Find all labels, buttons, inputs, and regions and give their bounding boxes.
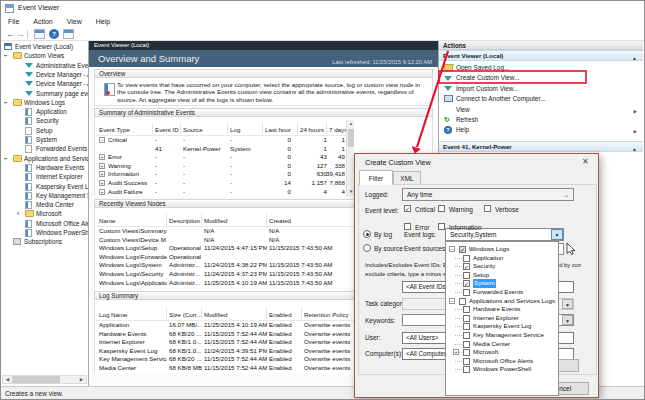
summary-table[interactable]: Event TypeEvent IDSourceLogLast hour24 h… — [95, 120, 354, 196]
table-row[interactable]: Critical---011− — [95, 136, 354, 145]
tree-item-custom-views[interactable]: ›Custom Views — [1, 51, 89, 60]
tree-item-event-viewer-local-[interactable]: Event Viewer (Local) — [1, 42, 89, 51]
table-row[interactable]: Audit Failure---044+ — [95, 188, 354, 196]
droplist-checkbox[interactable] — [463, 272, 470, 279]
tab-filter[interactable]: Filter — [359, 170, 393, 185]
menu-view[interactable]: View — [60, 16, 89, 28]
action-view[interactable]: View▶ — [439, 105, 643, 115]
log-summary-table[interactable]: Log NameSize (Curr...ModifiedEnabledRete… — [95, 305, 354, 374]
checkbox-information[interactable] — [438, 223, 445, 230]
chevron-collapsed-icon[interactable]: › — [17, 209, 19, 218]
tree-item-system[interactable]: System — [1, 135, 89, 144]
column-header-created[interactable]: Created — [269, 211, 354, 227]
checkbox-warning[interactable] — [438, 205, 445, 212]
droplist-checkbox[interactable] — [463, 255, 470, 262]
droplist-item-application[interactable]: Application — [446, 254, 559, 263]
column-header-size-curr-[interactable]: Size (Curr... — [169, 305, 208, 321]
scroll-left-icon[interactable]: ◀ — [3, 376, 12, 383]
droplist-checkbox[interactable]: ✓ — [463, 263, 470, 270]
tree-item-security[interactable]: Security — [1, 116, 89, 125]
droplist-checkbox[interactable]: ✓ — [463, 280, 470, 287]
tree-item-application[interactable]: Application — [1, 107, 89, 116]
tree-item-media-center[interactable]: Media Center — [1, 200, 89, 209]
action-connect-to-another-computer-[interactable]: Connect to Another Computer... — [439, 94, 643, 104]
action-open-saved-log-[interactable]: Open Saved Log... — [439, 63, 643, 73]
checkbox-verbose[interactable] — [484, 205, 491, 212]
task-category-dropdown-button[interactable]: ▼ — [562, 299, 573, 309]
tree-item-kaspersky-event-log[interactable]: Kaspersky Event Log — [1, 182, 89, 191]
table-row[interactable]: Custom Views\Summary...N/AN/A — [95, 227, 354, 236]
table-row[interactable]: 41Kernel-PowerSystem011 — [95, 145, 354, 154]
tree-item-device-manager-adapte[interactable]: Device Manager - Adapte — [1, 70, 89, 79]
menu-help[interactable]: Help — [89, 16, 117, 28]
event-logs-dropdown-list[interactable]: −✓Windows LogsApplication✓SecuritySetup✓… — [445, 241, 559, 396]
droplist-item-windows-powershell[interactable]: Windows PowerShell — [446, 365, 559, 374]
tree-item-windows-logs[interactable]: ›Windows Logs — [1, 98, 89, 107]
close-icon[interactable]: ✕ — [582, 157, 589, 166]
table-row[interactable]: Warning---0127338+ — [95, 162, 354, 171]
back-arrow-icon[interactable]: ← — [6, 28, 15, 40]
table-row[interactable]: Windows Logs\SystemAdministr...11/24/201… — [95, 261, 354, 270]
expand-icon[interactable]: + — [453, 349, 459, 355]
column-header-retention-policy[interactable]: Retention Policy — [304, 305, 354, 321]
droplist-item-key-management-service[interactable]: Key Management Service — [446, 331, 559, 340]
tree-item-internet-explorer[interactable]: Internet Explorer — [1, 172, 89, 181]
tree-item-microsoft[interactable]: ›Microsoft — [1, 209, 89, 218]
chevron-expanded-icon[interactable]: › — [1, 157, 10, 159]
action-create-custom-view-[interactable]: Create Custom View... — [439, 73, 643, 83]
droplist-item-setup[interactable]: Setup — [446, 271, 559, 280]
collapse-icon[interactable]: ▲ — [632, 144, 637, 154]
tree-item-administrative-events[interactable]: Administrative Events — [1, 61, 89, 70]
expand-row-icon[interactable]: + — [99, 171, 105, 177]
logged-combobox[interactable]: Any time ⌄ — [402, 188, 574, 201]
table-row[interactable]: Windows Logs\ApplicationAdministr...11/2… — [95, 279, 354, 288]
column-header-modified[interactable]: Modified — [204, 211, 273, 227]
menu-action[interactable]: Action — [26, 16, 59, 28]
table-row[interactable]: Internet Explorer68 KB/1.0...11/15/2015 … — [95, 338, 354, 347]
table-row[interactable]: Hardware Events68 KB/20 ...11/15/2015 7:… — [95, 330, 354, 339]
column-header-name[interactable]: Name — [99, 211, 173, 227]
column-header-enabled[interactable]: Enabled — [269, 305, 308, 321]
table-row[interactable]: Windows Logs\SetupOperational11/24/2015 … — [95, 244, 354, 253]
action-refresh[interactable]: ↻Refresh — [439, 115, 643, 125]
droplist-checkbox[interactable]: ✓ — [459, 246, 466, 253]
droplist-item-media-center[interactable]: Media Center — [446, 340, 559, 349]
checkbox-critical[interactable]: ✓ — [404, 205, 411, 212]
droplist-item-microsoft-office-alerts[interactable]: Microsoft Office Alerts — [446, 357, 559, 366]
table-row[interactable]: Error---04349+ — [95, 153, 354, 162]
tree-item-windows-powershell[interactable]: Windows PowerShell — [1, 228, 89, 237]
table-row[interactable]: Application16.07 MB/...11/25/2015 4:10:1… — [95, 321, 354, 330]
by-log-radio[interactable] — [363, 230, 371, 238]
collapse-icon[interactable]: − — [449, 298, 455, 304]
column-header-event-type[interactable]: Event Type — [99, 120, 157, 136]
droplist-checkbox[interactable] — [463, 306, 470, 313]
tab-xml[interactable]: XML — [393, 171, 421, 185]
column-header-modified[interactable]: Modified — [204, 305, 273, 321]
column-header-log-name[interactable]: Log Name — [99, 305, 173, 321]
action-help[interactable]: ?Help▶ — [439, 125, 643, 135]
summary-section-header[interactable]: Summary of Administrative Events — [94, 108, 433, 117]
help-window-icon[interactable]: ? — [49, 29, 59, 39]
event-logs-dropdown-button[interactable]: ▼ — [551, 229, 563, 240]
expand-row-icon[interactable]: + — [99, 180, 105, 186]
scroll-right-icon[interactable]: ▶ — [77, 376, 86, 383]
droplist-item-hardware-events[interactable]: Hardware Events — [446, 305, 559, 314]
table-row[interactable]: Custom Views\Device M...N/AN/A — [95, 236, 354, 245]
column-header-description[interactable]: Description — [169, 211, 208, 227]
collapse-row-icon[interactable]: − — [99, 137, 105, 143]
droplist-checkbox[interactable] — [463, 341, 470, 348]
droplist-item-security[interactable]: ✓Security — [446, 262, 559, 271]
checkbox-error[interactable] — [404, 223, 411, 230]
droplist-item-kaspersky-event-log[interactable]: Kaspersky Event Log — [446, 322, 559, 331]
actions-group-event-viewer[interactable]: Event Viewer (Local) ▲ — [439, 50, 643, 61]
keywords-dropdown-button[interactable]: ▼ — [562, 315, 573, 325]
collapse-icon[interactable]: − — [449, 246, 455, 252]
tree-item-hardware-events[interactable]: Hardware Events — [1, 163, 89, 172]
collapse-icon[interactable]: ▲ — [632, 53, 637, 63]
tree-item-setup[interactable]: Setup — [1, 126, 89, 135]
tree-item-device-manager-adapte[interactable]: Device Manager - Adapte — [1, 79, 89, 88]
action-import-custom-view-[interactable]: Import Custom View... — [439, 84, 643, 94]
table-row[interactable]: Key Management Service68 KB/20 ...11/15/… — [95, 355, 354, 364]
table-row[interactable]: Microsoft Office Alerts68 KB/1.0...11/24… — [95, 373, 354, 374]
table-row[interactable]: Windows Logs\Forwarde...Operational — [95, 253, 354, 262]
